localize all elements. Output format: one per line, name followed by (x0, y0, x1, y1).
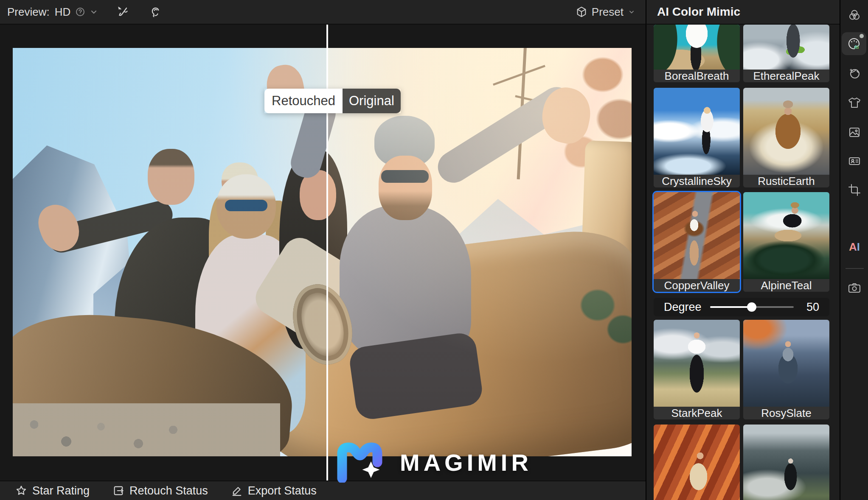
star-rating-label: Star Rating (32, 484, 90, 497)
preset-card-rosyslate[interactable]: RosySlate (743, 320, 829, 419)
bottom-toolbar: Star Rating Retouch Status Export Status (0, 480, 646, 500)
retouch-brush-icon[interactable] (116, 5, 130, 19)
svg-text:AI: AI (849, 240, 860, 253)
preset-thumbnail (654, 192, 740, 279)
preset-name: RusticEarth (743, 175, 829, 187)
preset-thumbnail (654, 425, 740, 500)
export-status-button[interactable]: Export Status (231, 484, 317, 497)
preset-dropdown[interactable]: Preset (576, 6, 635, 19)
preview-label: Preview: (7, 6, 50, 19)
color-blend-icon[interactable] (848, 8, 861, 22)
export-status-icon (231, 485, 243, 497)
panel-title: AI Color Mimic (657, 5, 740, 19)
preset-card-partial-1[interactable] (654, 425, 740, 500)
preset-card-partial-2[interactable] (743, 425, 829, 500)
preset-dropdown-label: Preset (592, 6, 624, 19)
preset-card-borealbreath[interactable]: BorealBreath (654, 25, 740, 82)
clothing-icon[interactable] (848, 96, 861, 109)
svg-text:AI: AI (854, 45, 859, 50)
preview-quality-value[interactable]: HD (55, 6, 71, 19)
preset-name: BorealBreath (654, 70, 740, 82)
image-icon[interactable] (848, 126, 861, 139)
preset-thumbnail (654, 25, 740, 70)
preview-chevron-down-icon[interactable] (89, 7, 98, 17)
ai-color-palette-icon[interactable]: AI (842, 32, 866, 55)
preset-name: CrystallineSky (654, 175, 740, 187)
compare-toggle: Retouched Original (264, 89, 401, 113)
brand-name: MAGIMIR (400, 449, 532, 476)
preset-name: RosySlate (743, 407, 829, 419)
degree-slider-track[interactable] (710, 306, 794, 308)
panel-header: AI Color Mimic (646, 0, 840, 25)
degree-label: Degree (664, 301, 702, 314)
preset-name: StarkPeak (654, 407, 740, 419)
preset-chevron-down-icon (628, 8, 635, 16)
ai-color-mimic-panel: BorealBreath EtherealPeak CrystallineSky… (646, 25, 840, 500)
help-icon[interactable] (75, 6, 86, 17)
degree-value: 50 (802, 301, 819, 314)
preset-card-coppervalley[interactable]: CopperValley (654, 192, 740, 292)
preset-cube-icon (576, 6, 587, 18)
id-card-icon[interactable] (848, 154, 861, 168)
preset-name: EtherealPeak (743, 70, 829, 82)
star-icon (15, 485, 27, 497)
preset-name: AlpineTeal (743, 279, 829, 292)
preset-card-crystallinesky[interactable]: CrystallineSky (654, 88, 740, 187)
preset-thumbnail (743, 88, 829, 175)
degree-fill (710, 306, 752, 308)
magimir-logo-icon (334, 440, 385, 484)
crop-icon[interactable] (848, 183, 861, 197)
retouch-status-icon (112, 485, 124, 497)
preset-thumbnail (654, 320, 740, 407)
preset-card-etherealpeak[interactable]: EtherealPeak (743, 25, 829, 82)
export-status-label: Export Status (248, 484, 317, 497)
top-toolbar: Preview: HD (0, 0, 646, 25)
preset-card-starkpeak[interactable]: StarkPeak (654, 320, 740, 419)
preset-card-rusticearth[interactable]: RusticEarth (743, 88, 829, 187)
brand-watermark: MAGIMIR (334, 440, 532, 484)
preset-thumbnail (743, 192, 829, 279)
compare-original-label[interactable]: Original (343, 89, 401, 113)
rail-divider (846, 268, 864, 269)
retouch-status-label: Retouch Status (129, 484, 208, 497)
degree-knob[interactable] (747, 302, 756, 312)
ai-face-icon[interactable] (848, 67, 861, 80)
ai-tools-icon[interactable]: AI (846, 238, 863, 255)
preset-thumbnail (743, 320, 829, 407)
preset-thumbnail (654, 88, 740, 175)
preset-name: CopperValley (654, 279, 740, 292)
compare-retouched-label[interactable]: Retouched (264, 89, 343, 113)
preset-card-alpineteal[interactable]: AlpineTeal (743, 192, 829, 292)
camera-icon[interactable] (847, 281, 862, 295)
star-rating-button[interactable]: Star Rating (15, 484, 90, 497)
preset-thumbnail (743, 425, 829, 500)
degree-slider-row: Degree 50 (654, 298, 829, 316)
tool-rail: AI (840, 0, 868, 500)
ear-icon[interactable] (149, 5, 162, 19)
preset-thumbnail (743, 25, 829, 70)
app-window: Preview: HD (0, 0, 868, 500)
preview-canvas: Retouched Original MAGIMIR (0, 25, 646, 480)
retouch-status-button[interactable]: Retouch Status (112, 484, 208, 497)
